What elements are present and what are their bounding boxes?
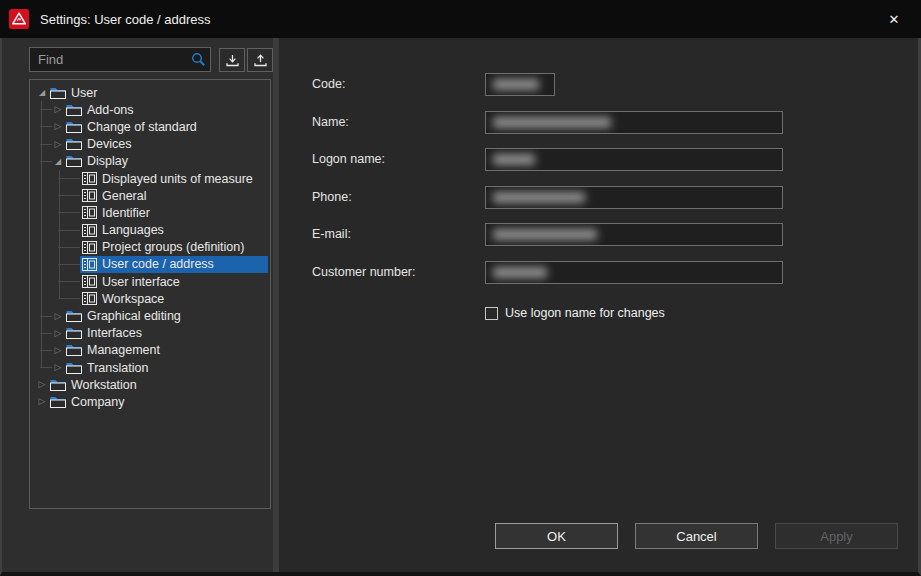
import-icon	[226, 54, 239, 67]
tree-node-label: User code / address	[102, 257, 214, 271]
tree-node-body[interactable]: Display	[64, 153, 132, 170]
tree-node[interactable]: Displayed units of measure	[30, 170, 270, 187]
tree-node-body[interactable]: User interface	[80, 273, 184, 290]
tree-node-body[interactable]: Workspace	[80, 290, 168, 307]
field-label: E-mail:	[312, 227, 351, 241]
tree-connector	[58, 281, 80, 282]
apply-button[interactable]: Apply	[775, 523, 898, 549]
tree-node[interactable]: ▷Workstation	[30, 376, 270, 393]
settings-page-icon	[82, 241, 97, 254]
tree-node[interactable]: ▷Graphical editing	[30, 307, 270, 324]
tree-node-body[interactable]: Translation	[64, 359, 152, 376]
tree-connector	[58, 264, 80, 265]
expand-expander-icon[interactable]: ▷	[52, 342, 64, 359]
tree-node-body[interactable]: Management	[64, 342, 164, 359]
tree-node[interactable]: Project groups (definition)	[30, 239, 270, 256]
tree-node-body[interactable]: General	[80, 187, 150, 204]
tree-node[interactable]: ◢User	[30, 84, 270, 101]
tree-node-body[interactable]: User code / address	[80, 256, 268, 273]
tree-node[interactable]: ▷Management	[30, 342, 270, 359]
tree-node[interactable]: Identifier	[30, 204, 270, 221]
tree-node[interactable]: ▷Add-ons	[30, 101, 270, 118]
tree-connector	[58, 247, 80, 248]
field-label: Code:	[312, 77, 345, 91]
folder-icon	[66, 310, 82, 322]
tree-node-body[interactable]: Workstation	[48, 376, 141, 393]
tree-node-body[interactable]: Languages	[80, 222, 168, 239]
tree-node-label: Management	[87, 343, 160, 357]
tree-node-body[interactable]: Displayed units of measure	[80, 170, 257, 187]
expand-expander-icon[interactable]: ▷	[52, 308, 64, 325]
tree-node[interactable]: Languages	[30, 222, 270, 239]
tree-node[interactable]: ▷Devices	[30, 136, 270, 153]
tree-node-body[interactable]: Project groups (definition)	[80, 239, 248, 256]
field-label: Name:	[312, 115, 349, 129]
tree-node[interactable]: Workspace	[30, 290, 270, 307]
field-label: Customer number:	[312, 265, 416, 279]
tree-connector	[40, 126, 52, 127]
collapse-expander-icon[interactable]: ◢	[52, 153, 64, 170]
tree-connector	[40, 161, 52, 162]
tree-node-label: Interfaces	[87, 326, 142, 340]
export-settings-button[interactable]	[247, 48, 273, 72]
ok-button[interactable]: OK	[495, 523, 618, 549]
e-mail-field[interactable]	[485, 223, 783, 246]
tree-connector	[40, 350, 52, 351]
import-settings-button[interactable]	[219, 48, 245, 72]
tree-connector	[40, 144, 52, 145]
folder-icon	[66, 121, 82, 133]
settings-page-icon	[82, 189, 97, 202]
tree-node-label: Workstation	[71, 378, 137, 392]
use-logon-checkbox[interactable]	[485, 307, 498, 320]
expand-expander-icon[interactable]: ▷	[52, 325, 64, 342]
tree-node-label: Display	[87, 154, 128, 168]
folder-icon	[66, 327, 82, 339]
tree-node[interactable]: ▷Company	[30, 393, 270, 410]
field-label: Logon name:	[312, 152, 385, 166]
expand-expander-icon[interactable]: ▷	[52, 136, 64, 153]
tree-node-body[interactable]: User	[48, 84, 101, 101]
collapse-expander-icon[interactable]: ◢	[36, 84, 48, 101]
name-field[interactable]	[485, 111, 783, 134]
expand-expander-icon[interactable]: ▷	[52, 359, 64, 376]
tree-node-body[interactable]: Company	[48, 393, 129, 410]
expand-expander-icon[interactable]: ▷	[52, 101, 64, 118]
form-row: Logon name:	[279, 148, 918, 172]
folder-icon	[66, 155, 82, 167]
phone-field[interactable]	[485, 186, 783, 209]
app-icon	[9, 9, 29, 29]
redacted-value	[493, 117, 611, 128]
tree-node-label: User interface	[102, 275, 180, 289]
tree-node[interactable]: User code / address	[30, 256, 270, 273]
expand-expander-icon[interactable]: ▷	[52, 118, 64, 135]
tree-node-body[interactable]: Identifier	[80, 204, 154, 221]
tree-node[interactable]: General	[30, 187, 270, 204]
find-input[interactable]	[29, 47, 211, 72]
form-row: Name:	[279, 111, 918, 135]
tree-node-body[interactable]: Change of standard	[64, 118, 201, 135]
tree-node[interactable]: ▷Change of standard	[30, 118, 270, 135]
tree-node[interactable]: ▷Interfaces	[30, 325, 270, 342]
tree-node[interactable]: ◢Display	[30, 153, 270, 170]
cancel-button[interactable]: Cancel	[635, 523, 758, 549]
close-button[interactable]: ✕	[883, 8, 905, 30]
form-row: E-mail:	[279, 223, 918, 247]
settings-nav-panel: ◢User▷Add-ons▷Change of standard▷Devices…	[2, 38, 273, 572]
tree-connector	[40, 316, 52, 317]
tree-node-body[interactable]: Add-ons	[64, 101, 138, 118]
logon-name-field[interactable]	[485, 148, 783, 171]
tree-node[interactable]: User interface	[30, 273, 270, 290]
tree-node-label: Displayed units of measure	[102, 172, 253, 186]
tree-node-body[interactable]: Graphical editing	[64, 308, 185, 325]
expand-expander-icon[interactable]: ▷	[36, 393, 48, 410]
redacted-value	[493, 154, 535, 165]
code-field[interactable]	[485, 73, 555, 96]
tree-node-body[interactable]: Interfaces	[64, 325, 146, 342]
expand-expander-icon[interactable]: ▷	[36, 376, 48, 393]
tree-node-body[interactable]: Devices	[64, 136, 135, 153]
tree-node[interactable]: ▷Translation	[30, 359, 270, 376]
redacted-value	[493, 267, 547, 278]
search-icon	[191, 52, 206, 67]
customer-number-field[interactable]	[485, 261, 783, 284]
titlebar: Settings: User code / address ✕	[0, 0, 921, 38]
